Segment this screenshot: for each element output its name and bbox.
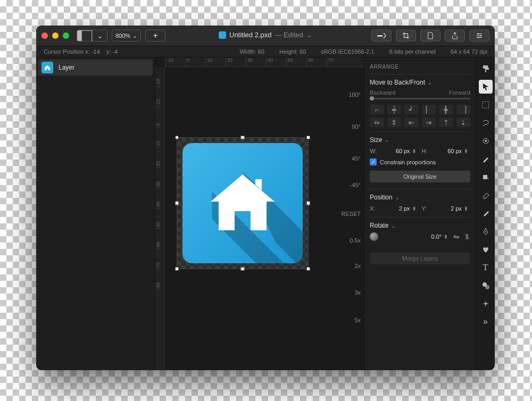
align-right-icon[interactable]: ▕ [456,105,471,114]
adjustments-button[interactable] [469,30,489,41]
align-bottom-icon[interactable]: ┙ [404,105,419,114]
rotate-45-button[interactable]: 45° [352,155,361,162]
layer-item[interactable]: Layer [38,60,153,76]
app-window: ⌄ 800% ⌄ + Untitled 2.pxd — Edited ⌄ [36,26,495,370]
svg-point-5 [478,37,479,38]
y-label: Y: [422,205,430,212]
flip-vertical-icon[interactable]: ⥮ [464,232,470,241]
shapes-tool[interactable] [479,279,493,293]
auto-enhance-button[interactable] [371,30,392,41]
svg-point-3 [477,33,479,35]
tool-rail: T » [476,57,495,370]
magic-wand-tool[interactable] [479,134,493,148]
titlebar: ⌄ 800% ⌄ + Untitled 2.pxd — Edited ⌄ [36,26,495,46]
sidebar-toggle-segment[interactable]: ⌄ [77,30,107,41]
backward-label: Backward [370,89,395,96]
minimize-window-button[interactable] [52,32,59,39]
rotate-neg45-button[interactable]: -45° [350,182,361,188]
reset-transform-button[interactable]: RESET [341,211,361,217]
sidebar-left-icon[interactable] [77,30,92,41]
erase-tool[interactable] [479,188,493,202]
distribute-h-icon[interactable]: ⇔ [370,118,384,127]
layers-panel: Layer [36,57,155,370]
pen-tool[interactable] [479,224,493,238]
align-hcenter-icon[interactable]: ╋ [439,105,453,114]
zoom-selector[interactable]: 800% ⌄ [112,30,141,41]
scale-3x-button[interactable]: 3x [354,289,361,296]
position-section[interactable]: Position⌄ [370,194,470,201]
move-section[interactable]: Move to Back/Front⌄ [370,79,470,86]
original-size-button[interactable]: Original Size [370,171,470,182]
arrange-heading: ARRANGE [370,62,470,74]
svg-point-8 [485,140,487,142]
svg-rect-6 [483,102,489,108]
scale-2x-button[interactable]: 2x [354,263,361,269]
document-status: — Edited [275,31,303,39]
fill-tool[interactable] [479,170,493,184]
svg-point-4 [480,35,481,37]
merge-layers-button[interactable]: Merge Layers [370,253,470,264]
angle-field[interactable]: 0.0°▲▼ [381,232,450,241]
checkmark-icon: ✓ [370,158,377,165]
canvas-area[interactable]: -10010203040506070 -20-10010203040506070… [155,57,364,370]
bit-depth: 8-bits per channel [381,48,443,55]
close-window-button[interactable] [41,32,48,39]
sparkle-tool[interactable] [479,297,493,311]
info-bar: Cursor Position x: -14 y: -4 Width: 60 H… [36,46,495,57]
height-field[interactable]: 60 px▲▼ [434,147,471,155]
forward-label: Forward [449,89,470,96]
format-paint-tool[interactable] [479,62,493,76]
x-field[interactable]: 2 px▲▼ [381,204,419,213]
text-tool[interactable]: T [479,261,493,274]
document-icon [219,31,226,39]
rotation-dial[interactable] [370,232,378,241]
layer-name: Layer [59,64,74,71]
svg-point-11 [485,285,489,289]
align-top-icon[interactable]: ⌐ [370,105,384,114]
constrain-checkbox[interactable]: ✓ Constrain proportions [370,158,470,165]
more-tools-icon[interactable]: » [479,315,493,329]
distribute-top-icon[interactable]: ⇡ [439,118,453,127]
share-button[interactable] [445,30,465,41]
heart-tool[interactable] [479,243,493,256]
chevron-down-icon[interactable]: ⌄ [306,31,312,39]
document-title: Untitled 2.pxd [229,31,272,39]
move-tool[interactable] [479,80,493,94]
doc-dimensions: 64 x 64 72 dpi [443,48,495,55]
y-field[interactable]: 2 px▲▼ [434,204,471,213]
rotate-180-button[interactable]: 180° [348,91,361,98]
canvas-document[interactable] [177,137,309,269]
distribute-v-icon[interactable]: ⇕ [387,118,402,127]
distribute-left-icon[interactable]: ⇤ [404,118,419,127]
page-button[interactable] [420,30,440,41]
distribute-bottom-icon[interactable]: ⇣ [456,118,471,127]
maximize-window-button[interactable] [63,32,69,39]
order-slider[interactable] [370,98,470,99]
x-label: X: [370,205,378,212]
align-buttons: ⌐ ┿ ┙ ▏ ╋ ▕ ⇔ ⇕ ⇤ ⇥ ⇡ ⇣ [370,105,470,127]
quick-transforms: 180° 90° 45° -45° RESET 0.5x 2x 3x 5x [337,77,364,370]
align-left-icon[interactable]: ▏ [422,105,436,114]
zoom-value: 800% [115,32,130,39]
rotate-section[interactable]: Rotate⌄ [370,222,470,229]
new-tab-button[interactable]: + [145,30,165,41]
distribute-right-icon[interactable]: ⇥ [422,118,436,127]
scale-05x-button[interactable]: 0.5x [350,237,361,244]
marquee-tool[interactable] [479,98,493,112]
smudge-tool[interactable] [479,206,493,220]
svg-point-9 [485,231,486,232]
sidebar-dropdown-icon[interactable]: ⌄ [92,30,107,41]
chevron-down-icon: ⌄ [132,32,137,39]
paint-tool[interactable] [479,152,493,166]
scale-5x-button[interactable]: 5x [354,317,361,323]
selection-handles[interactable] [175,136,310,271]
width-field[interactable]: 60 px▲▼ [381,147,419,155]
crop-button[interactable] [396,30,416,41]
inspector-panel: ARRANGE Move to Back/Front⌄ BackwardForw… [364,57,476,370]
flip-horizontal-icon[interactable]: ⇋ [453,232,460,241]
size-section[interactable]: Size⌄ [370,136,470,144]
lasso-tool[interactable] [479,116,493,130]
rotate-90-button[interactable]: 90° [352,123,361,130]
align-vcenter-icon[interactable]: ┿ [387,105,402,114]
ruler-left: -20-1001020304050607080 [155,67,165,370]
